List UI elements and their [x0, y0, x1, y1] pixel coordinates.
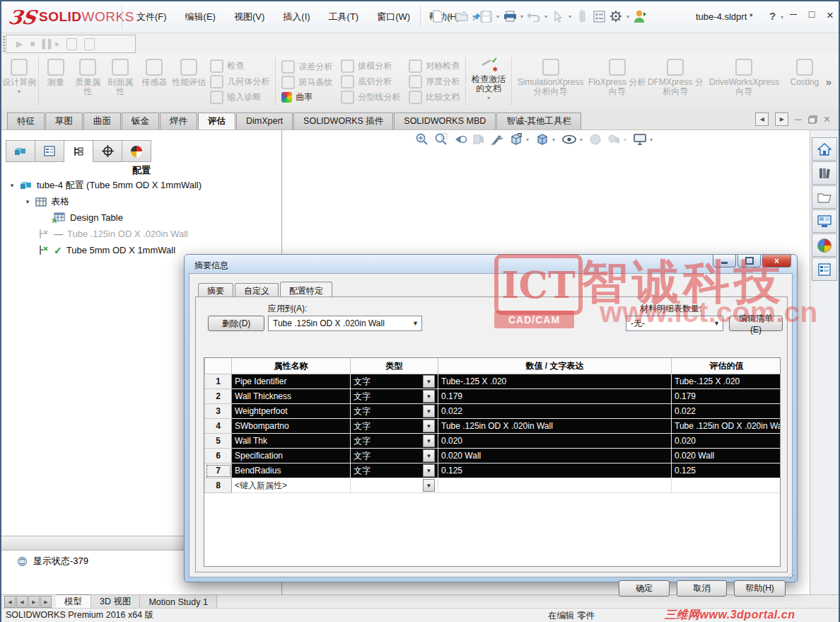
type-cell[interactable]: 文字▼	[351, 389, 438, 404]
type-cell[interactable]: 文字▼	[351, 434, 438, 449]
view-orientation-icon[interactable]: ▾	[509, 132, 530, 146]
edit-list-button[interactable]: 编辑清单(E)	[729, 316, 783, 331]
sensors-button[interactable]: 传感器	[136, 54, 172, 109]
options-gear-icon[interactable]	[608, 8, 624, 24]
dfmxpress-button[interactable]: DFMXpress 分析向导	[646, 54, 705, 109]
tab-zhicheng-other[interactable]: 智诚-其他工具栏	[496, 113, 581, 129]
tree-root-configurations[interactable]: ▾ tube-4 配置 (Tube 5mm OD X 1mmWall)	[1, 177, 281, 193]
macro-stop-icon[interactable]: ■	[30, 39, 35, 49]
draft-analysis-button[interactable]: 拔模分析	[341, 59, 400, 73]
dimxpertmanager-tab[interactable]	[93, 140, 122, 162]
first-tab-icon[interactable]: ◀	[4, 596, 16, 608]
bom-quantity-combo[interactable]: -无- ▼	[626, 316, 723, 331]
value-cell[interactable]: 0.022	[438, 404, 672, 419]
applies-to-combo[interactable]: Tube .125in OD X .020in Wall ▼	[268, 316, 422, 331]
ribbon-overflow-icon[interactable]: »	[826, 76, 832, 88]
tree-tables-folder[interactable]: ▾ 表格	[1, 193, 281, 209]
undercut-analysis-button[interactable]: 底切分析	[341, 75, 400, 88]
tab-dimxpert[interactable]: DimXpert	[236, 113, 293, 129]
cancel-button[interactable]: 取消	[677, 580, 727, 597]
tab-surfaces[interactable]: 曲面	[83, 113, 121, 129]
design-study-button[interactable]: 设计算例 ▾	[1, 54, 37, 109]
rebuild-icon[interactable]	[574, 8, 590, 24]
ok-button[interactable]: 确定	[619, 580, 670, 597]
dialog-restore-button[interactable]	[737, 255, 761, 267]
tab-evaluate[interactable]: 评估	[198, 113, 235, 129]
row-number[interactable]: 4	[205, 419, 232, 434]
doc-close-button[interactable]: ×	[824, 113, 830, 126]
new-macro-icon[interactable]	[66, 38, 77, 50]
view-settings-icon[interactable]: ▾	[633, 133, 654, 146]
tab-weldments[interactable]: 焊件	[160, 113, 197, 129]
featuremanager-tab[interactable]	[6, 140, 35, 162]
options-caret-icon[interactable]: ▾	[625, 13, 631, 20]
save-icon[interactable]	[478, 8, 494, 24]
tab-solidworks-addins[interactable]: SOLIDWORKS 插件	[293, 113, 393, 129]
costing-button[interactable]: Costing	[783, 54, 826, 109]
measure-button[interactable]: 测量	[40, 54, 71, 109]
property-name-cell[interactable]: <键入新属性>	[232, 478, 351, 493]
macro-run-icon[interactable]: ▶	[16, 39, 23, 49]
value-cell[interactable]	[438, 478, 672, 493]
symmetry-check-button[interactable]: 对称检查	[409, 59, 460, 73]
tab-solidworks-mbd[interactable]: SOLIDWORKS MBD	[394, 113, 496, 129]
new-caret-icon[interactable]: ▾	[447, 13, 453, 20]
delete-button[interactable]: 删除(D)	[208, 316, 264, 331]
value-cell[interactable]: 0.020	[438, 434, 672, 449]
edit-appearance-icon[interactable]	[589, 133, 602, 146]
macro-pause-record-icon[interactable]: ▌▌●	[42, 39, 59, 49]
tab-3d-views[interactable]: 3D 视图	[91, 595, 140, 609]
value-cell[interactable]: Tube-.125 X .020	[438, 374, 672, 389]
zoom-to-fit-icon[interactable]	[415, 132, 429, 146]
property-name-cell[interactable]: Specification	[232, 449, 351, 463]
expander-icon[interactable]: ▾	[24, 198, 31, 205]
section-view-icon[interactable]	[472, 133, 485, 146]
menu-insert[interactable]: 插入(I)	[274, 6, 319, 28]
row-number[interactable]: 6	[205, 449, 232, 463]
open-caret-icon[interactable]: ▾	[471, 13, 477, 20]
property-name-cell[interactable]: Weightperfoot	[232, 404, 351, 419]
zoom-to-area-icon[interactable]	[434, 132, 448, 146]
user-avatar[interactable]	[632, 8, 648, 24]
simulationxpress-button[interactable]: SimulationXpress 分析向导	[513, 54, 588, 109]
tab-sheet-metal[interactable]: 钣金	[122, 113, 159, 129]
save-caret-icon[interactable]: ▾	[495, 13, 501, 20]
deviation-analysis-button[interactable]: 误差分析	[281, 60, 332, 74]
tab-motion-study[interactable]: Motion Study 1	[140, 595, 216, 609]
type-cell[interactable]: 文字▼	[351, 449, 438, 463]
type-cell[interactable]: 文字▼	[351, 463, 438, 478]
mass-properties-button[interactable]: 质量属性	[71, 54, 104, 109]
doc-restore-button[interactable]	[808, 115, 817, 124]
evaluate-list-icon[interactable]	[591, 8, 607, 24]
display-style-icon[interactable]: ▾	[535, 132, 556, 146]
custom-properties-button[interactable]	[812, 258, 837, 281]
doc-minimize-button[interactable]: ─	[795, 114, 801, 125]
print-caret-icon[interactable]: ▾	[519, 13, 525, 20]
help-icon[interactable]: ?	[769, 10, 776, 22]
import-diagnostics-button[interactable]: 输入诊断	[210, 91, 269, 104]
print-icon[interactable]	[502, 8, 518, 24]
row-number[interactable]: 2	[205, 389, 232, 404]
check-button[interactable]: 检查	[210, 59, 269, 73]
help-caret-icon[interactable]: ▾	[779, 14, 785, 21]
tab-sketch[interactable]: 草图	[45, 113, 83, 129]
tree-config-inactive[interactable]: — Tube .125in OD X .020in Wall	[1, 226, 281, 242]
dialog-minimize-button[interactable]	[713, 255, 736, 267]
value-cell[interactable]: 0.125	[438, 463, 672, 478]
compare-documents-button[interactable]: 比较文档	[409, 91, 460, 104]
apply-scene-icon[interactable]: ▾	[607, 133, 628, 146]
driveworksxpress-button[interactable]: DriveWorksXpress 向导	[705, 54, 783, 109]
minimize-button[interactable]: ─	[788, 8, 799, 23]
zebra-stripes-button[interactable]: 斑马条纹	[281, 76, 332, 89]
section-properties-button[interactable]: 剖面属性	[104, 54, 136, 109]
property-name-cell[interactable]: SWbompartno	[232, 419, 351, 434]
hide-show-items-icon[interactable]: ▾	[561, 134, 584, 145]
doc-back-icon[interactable]: ◀	[755, 113, 769, 126]
file-explorer-button[interactable]	[812, 185, 837, 209]
undo-caret-icon[interactable]: ▾	[543, 13, 549, 20]
doc-forward-icon[interactable]: ▶	[775, 113, 788, 126]
floxpress-button[interactable]: FloXpress 分析向导	[588, 54, 646, 109]
close-button[interactable]: ×	[824, 8, 836, 23]
geometry-analysis-button[interactable]: 几何体分析	[210, 75, 269, 88]
propertymanager-tab[interactable]	[35, 140, 64, 162]
